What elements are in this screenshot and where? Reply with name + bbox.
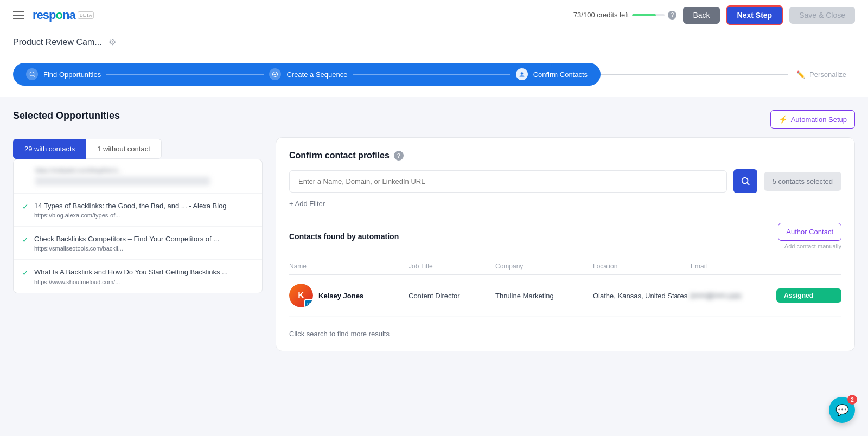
credits-text: 73/100 credits left <box>573 11 629 19</box>
contact-job-title: Content Director <box>409 292 495 300</box>
col-location: Location <box>593 262 691 270</box>
contacts-found-title: Contacts found by automation <box>289 232 399 241</box>
progress-section: Find Opportunities Create a Sequence Con… <box>0 54 868 97</box>
search-button[interactable] <box>733 169 757 193</box>
search-icon <box>741 176 750 186</box>
add-filter-row: + Add Filter <box>289 200 841 208</box>
search-input-wrap <box>289 170 727 193</box>
selected-opps-title: Selected Opportunities <box>13 110 120 121</box>
right-panel: ⚡ Automation Setup Confirm contact profi… <box>276 110 855 433</box>
check-icon: ✓ <box>22 235 29 244</box>
credits-info: 73/100 credits left ? <box>573 11 677 20</box>
opp-title: What Is A Backlink and How Do You Start … <box>34 267 253 277</box>
step4-label: Personalize <box>809 70 846 79</box>
lightning-icon: ⚡ <box>778 115 788 124</box>
svg-point-3 <box>520 72 523 75</box>
beta-badge: BETA <box>78 11 94 19</box>
list-item[interactable]: https://neilpatel.com/blog/link-b... <box>14 159 262 194</box>
sub-header: Product Review Cam... ⚙ <box>0 30 868 54</box>
contact-location: Olathe, Kansas, United States <box>593 292 691 300</box>
tab-with-contacts[interactable]: 29 with contacts <box>13 139 86 159</box>
progress-segment-1: Find Opportunities Create a Sequence Con… <box>13 63 601 86</box>
step1-icon <box>26 68 38 80</box>
opp-url: https://blog.alexa.com/types-of... <box>34 212 253 219</box>
header: respona BETA 73/100 credits left ? Back … <box>0 0 868 30</box>
step2-label: Create a Sequence <box>286 70 347 79</box>
right-panel-header: ⚡ Automation Setup <box>276 110 855 129</box>
assigned-badge: Assigned <box>776 288 841 303</box>
list-item[interactable]: ✓ 14 Types of Backlinks: the Good, the B… <box>14 194 262 227</box>
chat-icon: 💬 <box>835 403 849 416</box>
header-left: respona BETA <box>13 8 94 22</box>
settings-icon[interactable]: ⚙ <box>108 37 116 47</box>
svg-point-4 <box>742 178 748 184</box>
check-icon: ✓ <box>22 268 29 277</box>
contact-name: Kelsey Jones <box>318 292 363 300</box>
tab-without-contact[interactable]: 1 without contact <box>86 139 162 159</box>
opp-content: 14 Types of Backlinks: the Good, the Bad… <box>34 201 253 219</box>
opp-title: Check Backlinks Competitors – Find Your … <box>34 234 253 244</box>
add-filter-button[interactable]: + Add Filter <box>289 200 325 208</box>
opp-content: Check Backlinks Competitors – Find Your … <box>34 234 253 252</box>
avatar: K in <box>289 284 313 307</box>
automation-btn-label: Automation Setup <box>791 116 847 124</box>
opp-url: https://www.shoutmeloud.com/... <box>34 279 253 285</box>
col-email: Email <box>691 262 776 270</box>
step3-label: Confirm Contacts <box>533 70 588 79</box>
table-row: K in Kelsey Jones Content Director Thrul… <box>289 275 841 317</box>
left-panel: Selected Opportunities 29 with contacts … <box>13 110 263 433</box>
contacts-found-row: Contacts found by automation Author Cont… <box>289 219 841 249</box>
selected-opp-header: Selected Opportunities <box>13 110 263 130</box>
step2-line <box>353 74 510 75</box>
credits-bar <box>632 14 665 16</box>
contacts-table: Name Job Title Company Location Email K … <box>289 258 841 317</box>
opp-title-blurred <box>35 177 210 185</box>
step1-line <box>106 74 264 75</box>
click-search-text: Click search to find more results <box>289 325 841 338</box>
list-item[interactable]: ✓ What Is A Backlink and How Do You Star… <box>14 260 262 292</box>
chat-bubble[interactable]: 💬 2 <box>829 397 855 423</box>
progress-bar: Find Opportunities Create a Sequence Con… <box>13 63 855 86</box>
automation-setup-button[interactable]: ⚡ Automation Setup <box>770 110 855 129</box>
search-row: 5 contacts selected <box>289 169 841 193</box>
opp-title: 14 Types of Backlinks: the Good, the Bad… <box>34 201 253 211</box>
credits-help-icon[interactable]: ? <box>668 11 676 20</box>
contact-name-cell: K in Kelsey Jones <box>289 284 409 307</box>
step3-icon <box>516 68 528 80</box>
table-header: Name Job Title Company Location Email <box>289 258 841 275</box>
opp-url-blurred: https://neilpatel.com/blog/link-b... <box>35 167 253 174</box>
main-content: Selected Opportunities 29 with contacts … <box>0 97 868 436</box>
col-company: Company <box>495 262 593 270</box>
check-icon: ✓ <box>22 202 29 211</box>
col-name: Name <box>289 262 409 270</box>
step2-icon <box>269 68 281 80</box>
author-contact-button[interactable]: Author Contact <box>778 223 841 241</box>
contact-company: Thruline Marketing <box>495 292 593 300</box>
chat-badge: 2 <box>847 395 857 405</box>
confirm-help-icon[interactable]: ? <box>394 151 404 161</box>
author-contact-section: Author Contact Add contact manually <box>778 223 841 249</box>
campaign-title: Product Review Cam... <box>13 37 102 47</box>
save-close-button[interactable]: Save & Close <box>789 7 855 24</box>
opportunity-list: https://neilpatel.com/blog/link-b... ✓ 1… <box>13 159 263 293</box>
back-button[interactable]: Back <box>683 7 719 24</box>
svg-line-5 <box>747 183 749 185</box>
menu-toggle[interactable] <box>13 11 24 19</box>
next-step-button[interactable]: Next Step <box>726 5 783 25</box>
col-status <box>776 262 841 270</box>
search-input[interactable] <box>289 170 727 193</box>
col-jobtitle: Job Title <box>409 262 495 270</box>
logo: respona BETA <box>33 8 94 22</box>
edit-icon: ✏️ <box>796 70 805 79</box>
contacts-selected-button[interactable]: 5 contacts selected <box>764 172 841 191</box>
svg-point-0 <box>30 72 34 76</box>
add-manually-text: Add contact manually <box>784 243 841 249</box>
progress-segment-4: ✏️ Personalize <box>788 65 855 84</box>
confirm-card: Confirm contact profiles ? 5 contacts se… <box>276 137 855 351</box>
opp-content: What Is A Backlink and How Do You Start … <box>34 267 253 285</box>
step1-label: Find Opportunities <box>43 70 101 79</box>
opp-content: https://neilpatel.com/blog/link-b... <box>35 167 253 185</box>
svg-line-1 <box>34 75 35 76</box>
step3-line <box>601 74 788 75</box>
list-item[interactable]: ✓ Check Backlinks Competitors – Find You… <box>14 227 262 260</box>
